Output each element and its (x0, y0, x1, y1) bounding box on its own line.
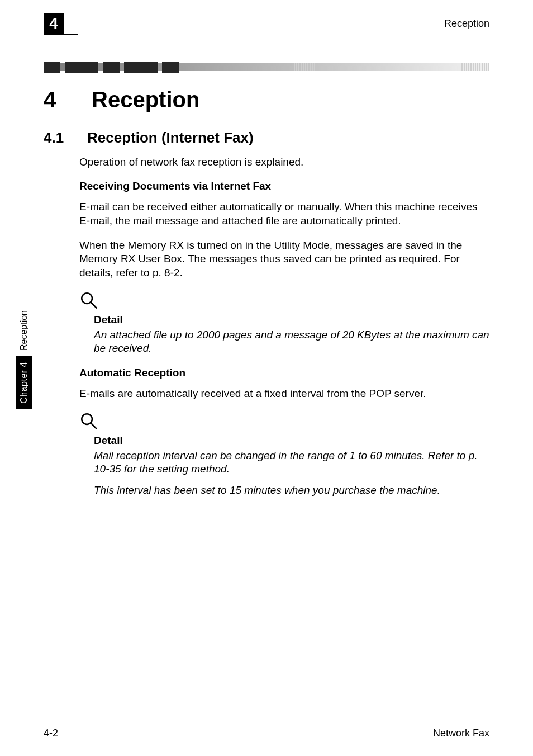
receiving-paragraph-2: When the Memory RX is turned on in the U… (79, 239, 489, 280)
intro-paragraph: Operation of network fax reception is ex… (79, 155, 489, 169)
svg-line-3 (91, 423, 96, 428)
detail-text-1: An attached file up to 2000 pages and a … (94, 328, 489, 356)
content-area: 4 Reception 4.1 Reception (Internet Fax)… (79, 84, 489, 509)
chapter-title-row: 4 Reception (79, 87, 489, 112)
footer-page-number: 4-2 (44, 727, 58, 739)
section-title-number: 4.1 (44, 129, 72, 147)
chapter-title-text: Reception (92, 87, 199, 112)
side-tab-chapter: Chapter 4 (16, 356, 32, 409)
chapter-number: 4 (49, 15, 58, 32)
footer-document-name: Network Fax (433, 727, 489, 739)
side-tab-section: Reception (18, 305, 30, 356)
subheading-automatic: Automatic Reception (79, 367, 489, 379)
footer-rule (44, 722, 489, 722)
section-title-row: 4.1 Reception (Internet Fax) (79, 129, 489, 147)
page: 4 Reception Reception Chapter 4 4 Recept… (0, 0, 533, 756)
magnifier-icon (79, 291, 489, 313)
detail-text-2a: Mail reception interval can be changed i… (94, 449, 489, 476)
svg-line-1 (91, 302, 96, 308)
chapter-underline (44, 34, 78, 35)
header-section-name: Reception (444, 18, 489, 30)
section-title-text: Reception (Internet Fax) (87, 129, 254, 147)
subheading-receiving: Receiving Documents via Internet Fax (79, 180, 489, 192)
detail-block-2: Detail Mail reception interval can be ch… (79, 412, 489, 498)
receiving-paragraph-1: E-mail can be received either automatica… (79, 200, 489, 228)
detail-label-2: Detail (94, 434, 489, 447)
magnifier-icon (79, 412, 489, 433)
detail-text-2b: This interval has been set to 15 minutes… (94, 484, 489, 497)
chapter-title-number: 4 (44, 87, 72, 112)
page-header: 4 Reception (0, 13, 533, 36)
automatic-paragraph-1: E-mails are automatically received at a … (79, 387, 489, 400)
side-tab: Reception Chapter 4 (15, 281, 34, 409)
chapter-number-badge: 4 (44, 13, 64, 35)
detail-label-1: Detail (94, 314, 489, 326)
detail-block-1: Detail An attached file up to 2000 pages… (79, 291, 489, 356)
decorative-bar (44, 62, 489, 73)
